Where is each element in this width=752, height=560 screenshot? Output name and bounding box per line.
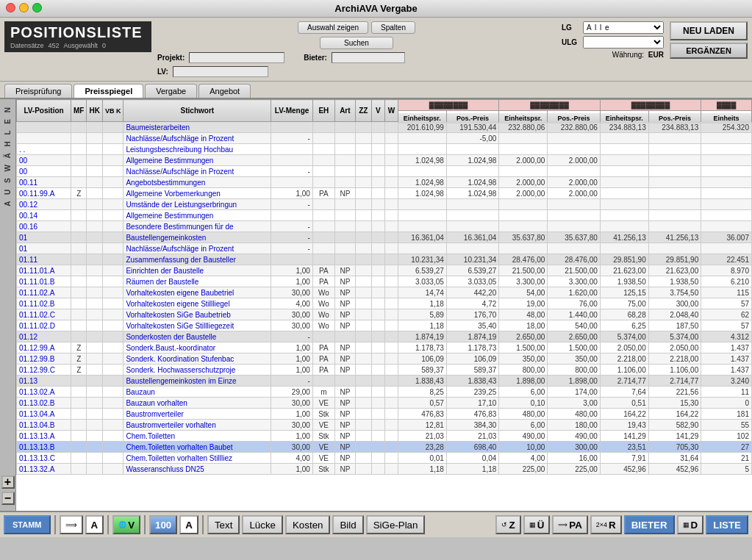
- col-sub-ep3: Einheitspsr.: [600, 112, 648, 123]
- table-row[interactable]: 01.11.02.AVorhaltekosten eigene Baubetri…: [17, 287, 752, 298]
- table-row[interactable]: 00.12Umstände der Leistungserbringun-: [17, 199, 752, 210]
- table-row[interactable]: 01.11.01.BRäumen der Baustelle1,00PANP3.…: [17, 276, 752, 287]
- col-header-eh: EH: [312, 100, 334, 122]
- tab-angebot[interactable]: Angebot: [198, 84, 251, 98]
- table-row[interactable]: 01.11.02.BVorhaltekosten eigene Stilllie…: [17, 298, 752, 309]
- table-row[interactable]: 01.13Baustellengemeinkosten im Einze-1.8…: [17, 376, 752, 387]
- table-row[interactable]: 00Nachlässe/Aufschläge in Prozent-: [17, 166, 752, 177]
- table-row[interactable]: 01Baustellengemeinkosten-16.361,0416.361…: [17, 232, 752, 243]
- ulg-label: ULG: [562, 38, 580, 46]
- table-row[interactable]: 01.12.99.CZSonderk. Hochwasserschutzproj…: [17, 365, 752, 376]
- liste-button[interactable]: LISTE: [706, 515, 748, 534]
- projekt-field[interactable]: [189, 52, 284, 63]
- table-row[interactable]: 01.13.13.BChem.Toiletten vorhalten Baube…: [17, 442, 752, 453]
- table-row[interactable]: 00.11.99.AZAllgemeine Vorbemerkungen1,00…: [17, 188, 752, 199]
- col-header-v: V: [371, 100, 384, 122]
- minimize-button[interactable]: [19, 3, 29, 12]
- spalten-button[interactable]: Spalten: [371, 21, 415, 34]
- sige-plan-button[interactable]: SiGe-Plan: [366, 515, 426, 534]
- col-sub-ep4: Einheits: [701, 112, 752, 123]
- col-header-zz: ZZ: [355, 100, 371, 122]
- luecke-button[interactable]: Lücke: [242, 515, 283, 534]
- auswahl-zeigen-button[interactable]: Auswahl zeigen: [298, 21, 368, 34]
- datensaetze-value: 452: [49, 42, 60, 49]
- waehrung-value: EUR: [648, 51, 664, 59]
- r-button[interactable]: 2×4R: [590, 515, 622, 534]
- lv-field[interactable]: [173, 66, 268, 77]
- tab-preisspiegel[interactable]: Preisspiegel: [74, 84, 143, 98]
- kosten-button[interactable]: Kosten: [285, 515, 331, 534]
- ulg-select[interactable]: [583, 36, 664, 49]
- col-header-mf: MF: [71, 100, 87, 122]
- close-button[interactable]: [6, 3, 15, 12]
- table-row[interactable]: 01Nachlässe/Aufschläge in Prozent-: [17, 243, 752, 254]
- table-row[interactable]: 01.13.13.CChem.Toiletten vorhalten Still…: [17, 453, 752, 464]
- tab-vergabe[interactable]: Vergabe: [145, 84, 197, 98]
- col-sub-pp3: Pos.-Preis: [648, 112, 701, 123]
- tab-preispruefung[interactable]: Preisprüfung: [4, 84, 72, 98]
- pa-button[interactable]: ⟹PA: [552, 515, 588, 534]
- table-row[interactable]: 01.12Sonderkosten der Baustelle-1.874,19…: [17, 331, 752, 342]
- stamm-button[interactable]: STAMM: [4, 515, 51, 534]
- waehrung-label: Währung:: [612, 51, 644, 59]
- bieter-field[interactable]: [332, 52, 405, 63]
- table-row[interactable]: 00.16Besondere Bestimmungen für de-: [17, 221, 752, 232]
- table-row[interactable]: 01.13.04.ABaustromverteiler1,00StkNP476,…: [17, 409, 752, 420]
- col-header-stichwort: Stichwort: [123, 100, 271, 122]
- col-header-ep3: ▓▓▓▓▓▓▓▓: [600, 100, 701, 111]
- side-text: A U S W Ä H L E N: [4, 105, 12, 207]
- table-row[interactable]: 01.13.04.BBaustromverteiler vorhalten30,…: [17, 420, 752, 431]
- d-button[interactable]: ▦D: [677, 515, 704, 534]
- col-header-pos: LV-Position: [17, 100, 71, 122]
- table-row[interactable]: 01.12.99.AZSonderk.Baust.-koordinator1,0…: [17, 342, 752, 353]
- col-header-ep2: ▓▓▓▓▓▓▓▓: [499, 100, 600, 111]
- lg-select[interactable]: A l l e: [583, 21, 664, 34]
- ausgewaehlt-label: Ausgewählt: [64, 42, 99, 49]
- table-row[interactable]: 00.11Angebotsbestimmungen1.024,981.024,9…: [17, 177, 752, 188]
- lv-label: LV:: [157, 68, 168, 76]
- bieter-button[interactable]: BIETER: [624, 515, 675, 534]
- neu-laden-button[interactable]: NEU LADEN: [670, 21, 748, 40]
- col-sub-pp1: Pos.-Preis: [446, 112, 498, 123]
- table-row[interactable]: 01.13.02.ABauzaun29,00mNP8,25239,256,001…: [17, 387, 752, 398]
- window-title: ArchiAVA Vergabe: [334, 3, 417, 14]
- table-row[interactable]: 01.11.02.DVorhaltekosten SiGe Stillliege…: [17, 320, 752, 331]
- suchen-button[interactable]: Suchen: [320, 37, 393, 49]
- bild-button[interactable]: Bild: [332, 515, 363, 534]
- minus-button[interactable]: −: [1, 492, 15, 505]
- table-row[interactable]: 00.14Allgemeine Bestimmungen: [17, 210, 752, 221]
- col-header-ep1: ▓▓▓▓▓▓▓▓: [398, 100, 498, 111]
- table-row[interactable]: 01.11.02.CVorhaltekosten SiGe Baubetrieb…: [17, 309, 752, 320]
- bieter-label: Bieter:: [304, 54, 327, 62]
- a-btn2[interactable]: A: [179, 515, 198, 534]
- col-header-ep4: ▓▓▓▓: [701, 100, 752, 111]
- col-header-art: Art: [334, 100, 355, 122]
- table-row[interactable]: . .Leistungsbeschreibung Hochbau: [17, 144, 752, 155]
- ergaenzen-button[interactable]: ERGÄNZEN: [670, 43, 748, 59]
- table-row[interactable]: 00Allgemeine Bestimmungen1.024,981.024,9…: [17, 155, 752, 166]
- ausgewaehlt-value: 0: [102, 42, 106, 49]
- table-row[interactable]: 01.13.13.AChem.Toiletten1,00StkNP21,0321…: [17, 431, 752, 442]
- a-button[interactable]: A: [85, 515, 104, 534]
- col-header-menge: LV-Menge: [271, 100, 313, 122]
- pos-title: POSITIONSLISTE: [10, 24, 146, 41]
- arrow-button[interactable]: ⟹: [60, 515, 83, 534]
- table-row[interactable]: 01.13.02.BBauzaun vorhalten30,00VENP0,57…: [17, 398, 752, 409]
- table-row[interactable]: Nachlässe/Aufschläge in Prozent--5,00: [17, 133, 752, 144]
- hundred-btn[interactable]: 100: [149, 515, 177, 534]
- col-sub-pp2: Pos.-Preis: [548, 112, 600, 123]
- table-row[interactable]: 01.13.32.AWasseranschluss DN251,00StkNP1…: [17, 464, 752, 475]
- col-sub-ep1: Einheitspsr.: [398, 112, 446, 123]
- table-row[interactable]: 01.11.01.AEinrichten der Baustelle1,00PA…: [17, 265, 752, 276]
- text-button[interactable]: Text: [207, 515, 240, 534]
- u-button[interactable]: ▦Ü: [523, 515, 551, 534]
- v-btn[interactable]: 🌐 V: [112, 515, 140, 534]
- datensaetze-label: Datensätze: [10, 42, 44, 49]
- table-row[interactable]: 01.12.99.BZSonderk. Koordination Stufenb…: [17, 353, 752, 365]
- plus-button[interactable]: +: [1, 475, 15, 489]
- lg-label: LG: [562, 24, 580, 32]
- col-header-vbk: VB K: [102, 100, 123, 122]
- maximize-button[interactable]: [32, 3, 42, 12]
- table-row[interactable]: 01.11Zusammenfassung der Bausteller10.23…: [17, 254, 752, 265]
- z-button[interactable]: ↺Z: [495, 515, 520, 534]
